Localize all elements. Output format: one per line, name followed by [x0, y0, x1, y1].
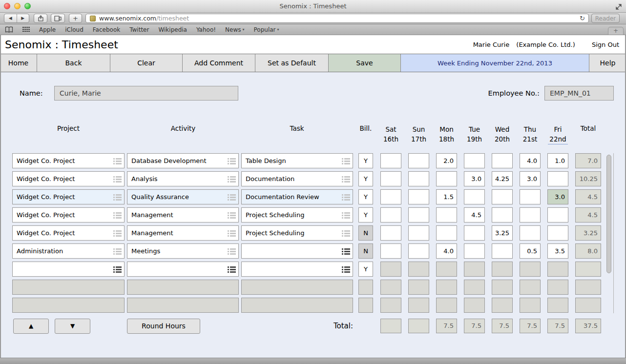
forward-icon[interactable]: ▶ — [17, 14, 29, 22]
help-button[interactable]: Help — [589, 54, 626, 72]
project-cell[interactable] — [12, 262, 125, 277]
round-hours-button[interactable]: Round Hours — [127, 319, 200, 334]
task-cell[interactable] — [241, 243, 353, 259]
name-field[interactable] — [54, 86, 238, 101]
hour-cell[interactable]: 1.0 — [547, 153, 568, 168]
bookmarks-book-icon[interactable] — [5, 26, 13, 33]
hour-cell[interactable] — [408, 207, 429, 222]
hour-cell[interactable]: 3.0 — [520, 171, 541, 186]
hour-cell[interactable] — [492, 153, 513, 168]
hour-cell[interactable]: 4.0 — [436, 243, 457, 259]
bookmark-twitter[interactable]: Twitter — [129, 26, 149, 33]
activity-dropdown-icon[interactable] — [228, 212, 236, 219]
hour-cell[interactable]: 4.25 — [492, 171, 513, 186]
week-ending-selector[interactable]: Week Ending November 22nd, 2013 — [400, 54, 589, 72]
hour-cell[interactable] — [436, 207, 457, 222]
back-button[interactable]: Back — [37, 54, 110, 72]
hour-cell[interactable] — [464, 189, 485, 204]
hour-cell[interactable] — [547, 171, 568, 186]
activity-cell[interactable]: Quality Assurance — [127, 189, 239, 204]
activity-cell[interactable]: Management — [127, 207, 239, 222]
task-dropdown-icon[interactable] — [342, 266, 350, 273]
refresh-icon[interactable]: ↻ — [580, 15, 585, 22]
project-cell[interactable]: Widget Co. Project — [12, 189, 125, 204]
task-dropdown-icon[interactable] — [342, 158, 350, 164]
fullscreen-icon[interactable] — [615, 3, 622, 12]
activity-cell[interactable]: Management — [127, 225, 239, 241]
project-dropdown-icon[interactable] — [113, 194, 122, 201]
employee-no-field[interactable] — [544, 86, 614, 101]
project-cell[interactable]: Widget Co. Project — [12, 207, 125, 222]
hour-cell[interactable] — [520, 207, 541, 222]
bookmark-popular[interactable]: Popular▾ — [254, 26, 279, 33]
hour-cell[interactable] — [408, 171, 429, 186]
hour-cell[interactable]: 0.5 — [520, 243, 541, 259]
activity-dropdown-icon[interactable] — [228, 266, 236, 273]
task-dropdown-icon[interactable] — [342, 194, 350, 201]
project-dropdown-icon[interactable] — [113, 176, 122, 182]
task-cell[interactable]: Table Design — [241, 153, 353, 168]
hour-cell[interactable] — [436, 171, 457, 186]
minimize-window-button[interactable] — [14, 3, 21, 9]
activity-dropdown-icon[interactable] — [228, 230, 236, 237]
bill-toggle-cell[interactable]: Y — [358, 189, 373, 204]
bookmark-yahoo[interactable]: Yahoo! — [196, 26, 216, 33]
hour-cell[interactable] — [464, 153, 485, 168]
bookmark-facebook[interactable]: Facebook — [93, 26, 120, 33]
move-row-down-button[interactable]: ▼ — [55, 319, 90, 334]
sign-out-link[interactable]: Sign Out — [592, 41, 619, 48]
project-dropdown-icon[interactable] — [113, 266, 122, 273]
task-dropdown-icon[interactable] — [342, 176, 350, 182]
hour-cell[interactable] — [464, 225, 485, 241]
hour-cell[interactable] — [436, 225, 457, 241]
hour-cell[interactable]: 4.0 — [520, 153, 541, 168]
home-button[interactable]: Home — [0, 54, 37, 72]
hour-cell[interactable] — [492, 189, 513, 204]
new-tab-button[interactable]: + — [69, 14, 82, 23]
hour-cell[interactable] — [547, 207, 568, 222]
task-cell[interactable]: Project Scheduling — [241, 207, 353, 222]
hour-cell[interactable] — [408, 243, 429, 259]
close-window-button[interactable] — [4, 3, 10, 9]
hour-cell[interactable]: 3.0 — [464, 171, 485, 186]
hour-cell[interactable] — [380, 243, 401, 259]
set-as-default-button[interactable]: Set as Default — [255, 54, 328, 72]
zoom-window-button[interactable] — [24, 3, 31, 9]
bill-toggle-cell[interactable]: Y — [358, 262, 373, 277]
task-dropdown-icon[interactable] — [342, 248, 350, 255]
activity-dropdown-icon[interactable] — [228, 158, 236, 164]
activity-dropdown-icon[interactable] — [228, 248, 236, 255]
task-cell[interactable]: Documentation — [241, 171, 353, 186]
share-button[interactable] — [34, 14, 47, 23]
clear-button[interactable]: Clear — [110, 54, 182, 72]
project-dropdown-icon[interactable] — [113, 158, 122, 164]
activity-cell[interactable] — [127, 262, 239, 277]
hour-cell[interactable] — [380, 207, 401, 222]
save-button[interactable]: Save — [328, 54, 400, 72]
hour-cell[interactable] — [380, 189, 401, 204]
task-dropdown-icon[interactable] — [342, 230, 350, 237]
hour-cell[interactable] — [492, 243, 513, 259]
task-dropdown-icon[interactable] — [342, 212, 350, 219]
project-cell[interactable]: Administration — [12, 243, 125, 259]
table-scrollbar-thumb[interactable] — [606, 155, 611, 273]
project-dropdown-icon[interactable] — [113, 230, 122, 237]
hour-cell[interactable]: 4.5 — [464, 207, 485, 222]
bill-toggle-cell[interactable]: N — [358, 243, 373, 259]
task-cell[interactable]: Documentation Review — [241, 189, 353, 204]
task-cell[interactable]: Project Scheduling — [241, 225, 353, 241]
bookmark-news[interactable]: News▾ — [225, 26, 244, 33]
bill-toggle-cell[interactable]: Y — [358, 171, 373, 186]
hour-cell[interactable] — [464, 243, 485, 259]
project-dropdown-icon[interactable] — [113, 212, 122, 219]
tab-overview-button[interactable] — [51, 14, 65, 23]
hour-cell[interactable] — [408, 153, 429, 168]
add-comment-button[interactable]: Add Comment — [182, 54, 255, 72]
activity-cell[interactable]: Meetings — [127, 243, 239, 259]
activity-cell[interactable]: Database Development — [127, 153, 239, 168]
hour-cell[interactable] — [380, 153, 401, 168]
hour-cell[interactable]: 1.5 — [436, 189, 457, 204]
move-row-up-button[interactable]: ▲ — [13, 319, 49, 334]
hour-cell[interactable]: 3.25 — [492, 225, 513, 241]
bookmark-apple[interactable]: Apple — [39, 26, 56, 33]
